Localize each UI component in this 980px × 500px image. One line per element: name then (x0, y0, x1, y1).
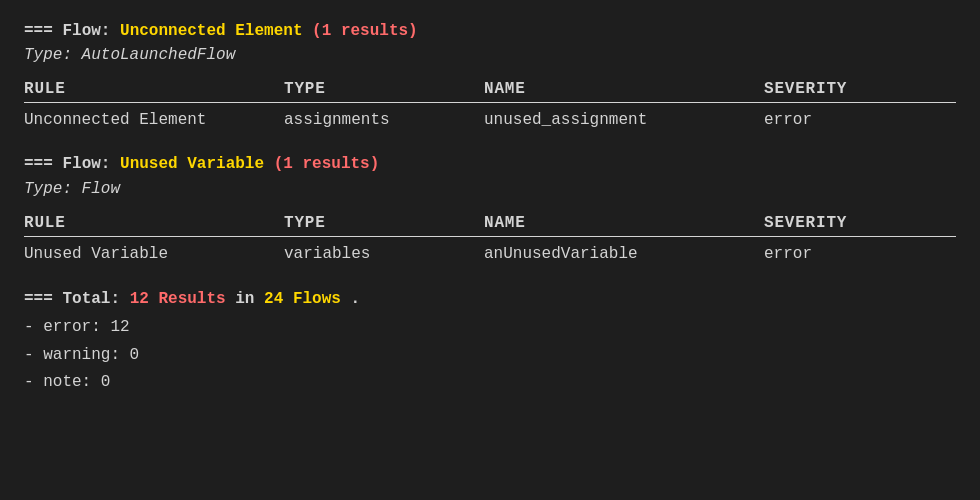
table-2: RULE TYPE NAME SEVERITY Unused Variable … (24, 214, 956, 263)
col-header-severity-2: SEVERITY (764, 214, 924, 232)
cell-rule-2-0: Unused Variable (24, 245, 284, 263)
section-2-header: === Flow: Unused Variable (1 results) (24, 153, 956, 175)
table-2-header: RULE TYPE NAME SEVERITY (24, 214, 956, 237)
cell-severity-1-0: error (764, 111, 924, 129)
type-line-1: Type: AutoLaunchedFlow (24, 46, 956, 64)
flow-section-2: === Flow: Unused Variable (1 results) Ty… (24, 153, 956, 262)
results-count-2: (1 results) (274, 155, 380, 173)
total-line: === Total: 12 Results in 24 Flows . (24, 287, 956, 313)
table-row: Unconnected Element assignments unused_a… (24, 111, 956, 129)
table-1: RULE TYPE NAME SEVERITY Unconnected Elem… (24, 80, 956, 129)
flow-name-2: Unused Variable (120, 155, 264, 173)
total-equals: === (24, 290, 53, 308)
cell-severity-2-0: error (764, 245, 924, 263)
total-results-value: 12 Results (130, 290, 226, 308)
col-header-name-1: NAME (484, 80, 764, 98)
table-1-header: RULE TYPE NAME SEVERITY (24, 80, 956, 103)
col-header-type-2: TYPE (284, 214, 484, 232)
equals-prefix-1: === (24, 22, 53, 40)
equals-prefix-2: === (24, 155, 53, 173)
stat-note: - note: 0 (24, 369, 956, 396)
flow-section-1: === Flow: Unconnected Element (1 results… (24, 20, 956, 129)
col-header-rule-2: RULE (24, 214, 284, 232)
total-period: . (351, 290, 361, 308)
total-section: === Total: 12 Results in 24 Flows . - er… (24, 287, 956, 396)
stat-error: - error: 12 (24, 314, 956, 341)
col-header-severity-1: SEVERITY (764, 80, 924, 98)
results-count-1: (1 results) (312, 22, 418, 40)
cell-type-1-0: assignments (284, 111, 484, 129)
total-connector: in (235, 290, 254, 308)
col-header-rule-1: RULE (24, 80, 284, 98)
flow-label-1: Flow: (62, 22, 110, 40)
cell-name-1-0: unused_assignment (484, 111, 764, 129)
col-header-name-2: NAME (484, 214, 764, 232)
table-row: Unused Variable variables anUnusedVariab… (24, 245, 956, 263)
cell-name-2-0: anUnusedVariable (484, 245, 764, 263)
total-label: Total: (62, 290, 120, 308)
flow-label-2: Flow: (62, 155, 110, 173)
stat-warning: - warning: 0 (24, 342, 956, 369)
flow-name-1: Unconnected Element (120, 22, 302, 40)
total-flows-value: 24 Flows (264, 290, 341, 308)
cell-rule-1-0: Unconnected Element (24, 111, 284, 129)
type-line-2: Type: Flow (24, 180, 956, 198)
cell-type-2-0: variables (284, 245, 484, 263)
col-header-type-1: TYPE (284, 80, 484, 98)
section-1-header: === Flow: Unconnected Element (1 results… (24, 20, 956, 42)
